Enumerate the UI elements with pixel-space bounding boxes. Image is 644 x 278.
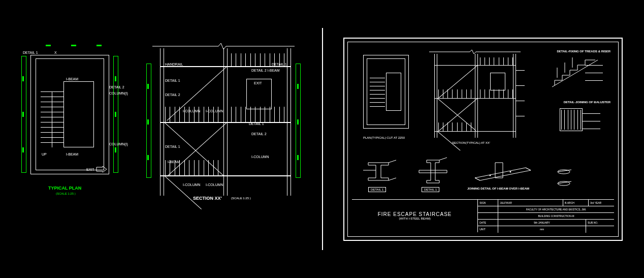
tb-name1: JULFIKAR (498, 200, 563, 206)
svg-marker-15 (495, 163, 503, 178)
section-label-d1b: DETAIL 1 (165, 79, 180, 82)
detail2-caption: DETAIL 1 (422, 187, 439, 192)
section-label-handrail: HANDRAIL (165, 63, 183, 66)
svg-line-7 (389, 178, 396, 180)
mini-section: SECTION(TYPICAL) AT XX' (424, 50, 526, 146)
tb-unit: mm (498, 226, 586, 233)
plan-label-column2: COLUMN(I) (109, 142, 128, 146)
tb-year: 3rd YEAR (589, 200, 614, 206)
detail-baluster: DETAIL-JOINING OF BALUSTER (534, 101, 610, 136)
section-view: EXIT HANDRAIL DETAIL 2 I-BEAM DETAIL 1 D… (142, 43, 305, 201)
exit-arrow-icon (96, 166, 107, 172)
section-scale: (SCALE 1:25 ) (231, 197, 251, 200)
tb-subno: SUB.NO. (586, 220, 614, 226)
svg-marker-10 (419, 170, 447, 173)
plan-label-detail2: DETAIL 2 (109, 85, 124, 89)
tb-sign: SIGN (478, 200, 498, 206)
svg-line-14 (526, 168, 531, 170)
plan-title: TYPICAL PLAN (48, 186, 81, 191)
svg-line-6 (389, 160, 396, 163)
svg-point-16 (490, 174, 491, 176)
svg-line-1 (552, 60, 598, 87)
plan-label-up: UP (42, 152, 47, 156)
section-label-icold: I-COLUMN (183, 183, 201, 187)
svg-marker-9 (427, 160, 439, 183)
svg-marker-5 (368, 163, 389, 180)
joining-detail: JOINING DETAIL OF I-BEAM OVER I-BEAM (465, 158, 541, 193)
mini-section-caption: SECTION(TYPICAL) AT XX' (452, 141, 490, 144)
section-label-ibeam: I-BEAM (168, 160, 180, 164)
sheet-subtitle: (WITH I-STEEL BEAM) (399, 217, 431, 220)
joining-caption: JOINING DETAIL OF I-BEAM OVER I-BEAM (467, 187, 529, 190)
section-label-d2ibeam: DETAIL 2 I-BEAM (251, 69, 280, 72)
section-label-icolc: I-COLUMN (251, 155, 269, 159)
plan-scale: (SCALE 1:25 ) (56, 192, 76, 195)
plan-label-ibeam: I-BEAM (66, 77, 78, 81)
plan-label-x: X (54, 51, 57, 54)
section-label-d1a: DETAIL 1 (272, 63, 287, 66)
mini-plan-caption: PLAN(TYPICAL) CUT AT 2250 (363, 136, 405, 139)
plan-view: DETAIL 1 X I-BEAM DETAIL 2 COLUMN(I) COL… (25, 46, 127, 198)
section-label-icole: I-COLUMN (206, 183, 223, 187)
detail1-caption: DETAIL 1 (368, 187, 386, 192)
section-label-icolb: I-COLUMN (206, 109, 223, 113)
sheet-title: FIRE ESCAPE STAIRCASE (378, 211, 452, 217)
plan-label-exit: EXIT (86, 168, 94, 171)
tb-name2: B.ARCH (563, 200, 589, 206)
tb-date-label: DATE (478, 220, 498, 226)
canvas: DETAIL 1 X I-BEAM DETAIL 2 COLUMN(I) COL… (0, 0, 644, 278)
detail-row: DETAIL 1 DETAIL 1 (358, 152, 610, 193)
section-label-d1e: DETAIL 1 (249, 122, 264, 126)
section-label-d2a: DETAIL 2 (165, 93, 180, 97)
svg-line-11 (439, 158, 447, 160)
detail-1-box: DETAIL 1 (358, 158, 404, 193)
section-label-exit: EXIT (254, 81, 262, 85)
svg-marker-0 (96, 166, 107, 172)
plan-label-detail1: DETAIL 1 (23, 51, 38, 54)
detail-2-box: DETAIL 1 (411, 158, 457, 193)
title-block: FIRE ESCAPE STAIRCASE (WITH I-STEEL BEAM… (352, 199, 614, 232)
section-label-d2b: DETAIL 2 (251, 132, 267, 136)
section-label-icola: I-COLUMN (183, 109, 201, 113)
section-label-d1c: DETAIL 1 (165, 145, 180, 148)
right-panel: PLAN(TYPICAL) CUT AT 2250 (322, 0, 644, 278)
plan-label-ibeam2: I-BEAM (66, 152, 78, 156)
tb-faculty: FACULTY OF ARCHITECTURE AND EKISTICS, JM… (498, 206, 614, 212)
svg-point-17 (510, 171, 511, 172)
section-title: SECTION XX' (193, 196, 222, 201)
drawing-sheet: PLAN(TYPICAL) CUT AT 2250 (343, 38, 623, 241)
mini-plan: PLAN(TYPICAL) CUT AT 2250 (361, 52, 416, 144)
detail-treads-riser: DETAIL-FIXING OF TREADS & RISER (534, 50, 610, 96)
left-panel: DETAIL 1 X I-BEAM DETAIL 2 COLUMN(I) COL… (0, 0, 322, 278)
tb-course: BUILDING CONSTRUCTION-III (498, 213, 614, 219)
bolt-icons (549, 166, 579, 193)
tb-date: 9th JANUARY (498, 220, 586, 226)
detail-tr-title: DETAIL-FIXING OF TREADS & RISER (557, 50, 610, 53)
svg-line-13 (475, 178, 480, 180)
plan-label-column: COLUMN(I) (109, 91, 128, 95)
detail-baluster-title: DETAIL-JOINING OF BALUSTER (564, 101, 610, 104)
tb-unit-label: UNIT (478, 226, 498, 233)
